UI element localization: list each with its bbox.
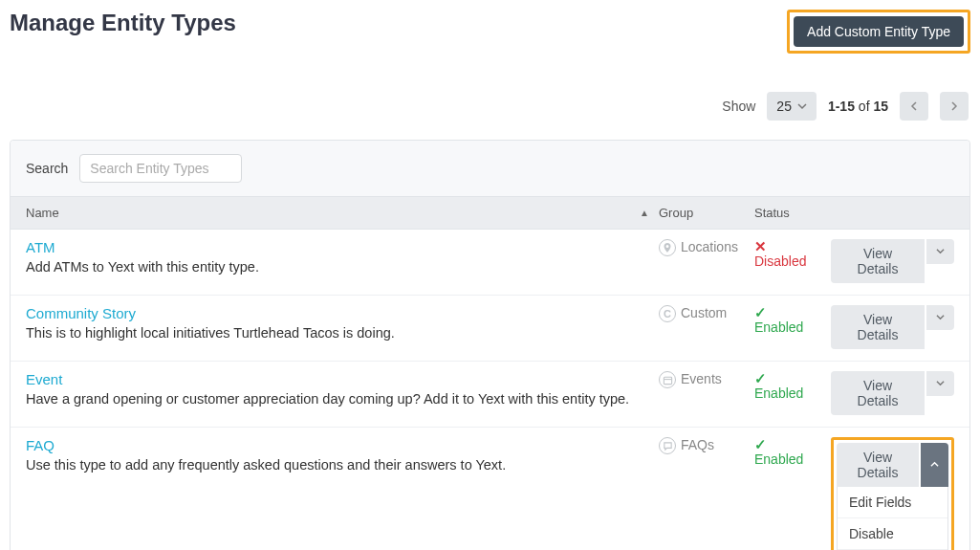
chevron-right-icon xyxy=(949,101,959,111)
add-custom-entity-type-button[interactable]: Add Custom Entity Type xyxy=(794,16,964,47)
view-details-button[interactable]: View Details xyxy=(831,239,925,283)
entity-type-description: Use this type to add any frequently aske… xyxy=(26,455,640,474)
table-row: EventHave a grand opening or customer ap… xyxy=(11,362,969,428)
chevron-left-icon xyxy=(909,101,919,111)
status-label: Enabled xyxy=(754,385,831,401)
check-icon: ✓ xyxy=(754,305,831,319)
status-label: Enabled xyxy=(754,451,831,467)
dropdown-highlight: View DetailsEdit FieldsDisableSet Primar… xyxy=(831,437,954,550)
table-header: Name ▲ Group Status xyxy=(11,197,969,230)
chevron-up-icon xyxy=(930,460,939,469)
table-row: FAQUse this type to add any frequently a… xyxy=(11,428,969,550)
chat-icon xyxy=(659,437,676,454)
dropdown-toggle-button[interactable] xyxy=(926,371,954,396)
group-label: Events xyxy=(681,371,722,386)
page-title: Manage Entity Types xyxy=(10,10,236,36)
x-icon: ✕ xyxy=(754,239,831,253)
dropdown-item-disable[interactable]: Disable xyxy=(838,518,947,550)
group-label: Locations xyxy=(681,239,738,254)
column-header-group[interactable]: Group xyxy=(659,206,754,220)
entity-type-description: Add ATMs to Yext with this entity type. xyxy=(26,257,640,276)
dropdown-menu: Edit FieldsDisableSet PrimaryAdd Entity xyxy=(837,487,948,550)
view-details-button[interactable]: View Details xyxy=(837,443,919,487)
dropdown-item-edit-fields[interactable]: Edit Fields xyxy=(838,487,947,518)
show-label: Show xyxy=(722,99,755,114)
calendar-icon xyxy=(659,371,676,388)
entity-type-description: This is to highlight local initiatives T… xyxy=(26,323,640,342)
check-icon: ✓ xyxy=(754,371,831,385)
table-row: Community StoryThis is to highlight loca… xyxy=(11,296,969,362)
pin-icon xyxy=(659,239,676,256)
view-details-button[interactable]: View Details xyxy=(831,305,925,349)
group-label: FAQs xyxy=(681,437,714,452)
column-header-name[interactable]: Name ▲ xyxy=(26,206,659,220)
column-header-status[interactable]: Status xyxy=(754,206,831,220)
view-details-button[interactable]: View Details xyxy=(831,371,925,415)
check-icon: ✓ xyxy=(754,437,831,451)
sort-ascending-icon: ▲ xyxy=(640,208,649,218)
entity-type-link[interactable]: Event xyxy=(26,371,640,387)
entity-type-link[interactable]: ATM xyxy=(26,239,640,255)
search-input[interactable] xyxy=(79,154,242,183)
status-label: Enabled xyxy=(754,319,831,335)
svg-rect-0 xyxy=(664,377,671,384)
entity-types-panel: Search Name ▲ Group Status ATMAdd ATMs t… xyxy=(10,140,970,550)
dropdown-toggle-button[interactable] xyxy=(921,443,948,487)
page-size-value: 25 xyxy=(776,99,792,114)
add-button-highlight: Add Custom Entity Type xyxy=(787,10,970,54)
page-range: 1-15 of 15 xyxy=(828,99,888,114)
chevron-down-icon xyxy=(936,313,945,321)
chevron-down-icon xyxy=(936,379,945,387)
chevron-down-icon xyxy=(797,101,807,111)
dropdown-toggle-button[interactable] xyxy=(926,239,954,264)
status-label: Disabled xyxy=(754,253,831,269)
next-page-button[interactable] xyxy=(940,92,969,121)
search-label: Search xyxy=(26,161,68,176)
entity-type-description: Have a grand opening or customer appreci… xyxy=(26,389,640,408)
group-label: Custom xyxy=(681,305,727,320)
entity-type-link[interactable]: Community Story xyxy=(26,305,640,321)
pagination-controls: Show 25 1-15 of 15 xyxy=(10,92,970,121)
dropdown-toggle-button[interactable] xyxy=(926,305,954,330)
prev-page-button[interactable] xyxy=(900,92,928,121)
page-size-select[interactable]: 25 xyxy=(767,92,817,121)
chevron-down-icon xyxy=(936,247,945,255)
table-row: ATMAdd ATMs to Yext with this entity typ… xyxy=(11,230,969,296)
entity-type-link[interactable]: FAQ xyxy=(26,437,640,453)
letter-c-icon: C xyxy=(659,305,676,322)
